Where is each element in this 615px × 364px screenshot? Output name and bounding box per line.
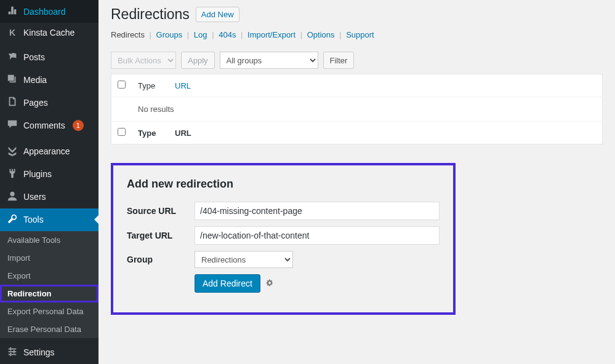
- sidebar-item-pages[interactable]: Pages: [0, 91, 98, 114]
- group-select[interactable]: Redirections: [195, 251, 293, 268]
- col-footer-url[interactable]: URL: [175, 129, 191, 138]
- sidebar-item-posts[interactable]: Posts: [0, 46, 98, 68]
- subnav-support[interactable]: Support: [346, 30, 374, 39]
- target-url-label: Target URL: [127, 231, 195, 240]
- table-controls: Bulk Actions Apply All groups Filter: [111, 52, 603, 69]
- select-all-checkbox-footer[interactable]: [118, 128, 126, 136]
- sidebar-item-kinsta-cache[interactable]: K Kinsta Cache: [0, 23, 98, 42]
- page-title: Redirections: [111, 6, 190, 23]
- subnav-current: Redirects: [111, 30, 145, 39]
- add-redirect-button[interactable]: Add Redirect: [195, 274, 260, 293]
- users-icon: [6, 191, 18, 204]
- add-new-redirection-panel: Add new redirection Source URL Target UR…: [111, 163, 456, 315]
- sidebar-label: Pages: [23, 98, 48, 108]
- sidebar-item-comments[interactable]: Comments 1: [0, 114, 98, 136]
- sidebar-item-users[interactable]: Users: [0, 186, 98, 208]
- panel-title: Add new redirection: [127, 178, 440, 191]
- svg-rect-5: [14, 350, 15, 353]
- appearance-icon: [6, 145, 18, 158]
- source-url-input[interactable]: [195, 202, 440, 220]
- sub-item-available-tools[interactable]: Available Tools: [0, 231, 98, 249]
- plugins-icon: [6, 168, 18, 181]
- sidebar-label: Tools: [23, 215, 44, 224]
- sidebar-label: Media: [23, 75, 47, 85]
- sidebar-label: Settings: [23, 347, 55, 357]
- svg-rect-6: [10, 353, 11, 356]
- select-all-checkbox[interactable]: [118, 81, 126, 89]
- svg-rect-1: [9, 349, 17, 350]
- pages-icon: [6, 96, 18, 109]
- sub-item-export[interactable]: Export: [0, 267, 98, 285]
- apply-button[interactable]: Apply: [181, 52, 215, 69]
- sidebar-item-tools[interactable]: Tools: [0, 208, 98, 231]
- svg-rect-3: [9, 354, 17, 355]
- subnav-options[interactable]: Options: [307, 30, 335, 39]
- source-url-label: Source URL: [127, 206, 195, 216]
- tools-icon: [6, 213, 18, 226]
- col-header-type: Type: [132, 74, 169, 97]
- sub-item-export-personal-data[interactable]: Export Personal Data: [0, 303, 98, 320]
- sidebar-item-media[interactable]: Media: [0, 68, 98, 91]
- subnav-import-export[interactable]: Import/Export: [247, 30, 295, 39]
- kinsta-icon: K: [6, 28, 18, 38]
- sidebar-item-dashboard[interactable]: Dashboard: [0, 0, 98, 23]
- sidebar-item-settings[interactable]: Settings: [0, 341, 98, 364]
- sidebar-item-appearance[interactable]: Appearance: [0, 140, 98, 163]
- pin-icon: [6, 50, 18, 63]
- svg-point-0: [10, 191, 14, 196]
- sidebar-label: Kinsta Cache: [23, 28, 74, 38]
- target-url-input[interactable]: [195, 226, 440, 245]
- sub-item-redirection[interactable]: Redirection: [0, 285, 98, 303]
- group-filter-select[interactable]: All groups: [220, 52, 318, 69]
- tools-submenu: Available Tools Import Export Redirectio…: [0, 231, 98, 338]
- subnav-log[interactable]: Log: [194, 30, 207, 39]
- subnav-groups[interactable]: Groups: [156, 30, 183, 39]
- admin-sidebar: Dashboard K Kinsta Cache Posts Media Pag…: [0, 0, 98, 364]
- sidebar-label: Users: [23, 192, 46, 202]
- sidebar-label: Dashboard: [23, 7, 66, 17]
- gear-icon[interactable]: [265, 279, 274, 289]
- dashboard-icon: [6, 5, 18, 18]
- sidebar-label: Comments: [23, 121, 65, 130]
- group-label: Group: [127, 255, 195, 264]
- filter-button[interactable]: Filter: [323, 52, 355, 69]
- redirects-table: Type URL No results Type URL: [111, 74, 603, 144]
- subnav-404s[interactable]: 404s: [219, 30, 236, 39]
- bulk-actions-select[interactable]: Bulk Actions: [111, 52, 176, 69]
- col-header-url[interactable]: URL: [175, 81, 191, 90]
- sidebar-item-plugins[interactable]: Plugins: [0, 163, 98, 186]
- svg-rect-2: [9, 351, 17, 352]
- sub-item-import[interactable]: Import: [0, 249, 98, 267]
- add-new-button[interactable]: Add New: [196, 7, 239, 22]
- sidebar-label: Posts: [23, 52, 45, 62]
- svg-rect-4: [10, 347, 11, 350]
- col-footer-type: Type: [132, 122, 169, 144]
- main-content: Redirections Add New Redirects | Groups …: [98, 0, 615, 364]
- comments-count-badge: 1: [73, 120, 84, 131]
- settings-icon: [6, 346, 18, 359]
- sidebar-label: Appearance: [23, 146, 70, 156]
- sub-navigation: Redirects | Groups | Log | 404s | Import…: [111, 30, 603, 39]
- sidebar-label: Plugins: [23, 169, 52, 179]
- sub-item-erase-personal-data[interactable]: Erase Personal Data: [0, 320, 98, 338]
- no-results-text: No results: [132, 97, 603, 122]
- comments-icon: [6, 119, 18, 132]
- media-icon: [6, 73, 18, 86]
- no-results-row: No results: [111, 97, 603, 122]
